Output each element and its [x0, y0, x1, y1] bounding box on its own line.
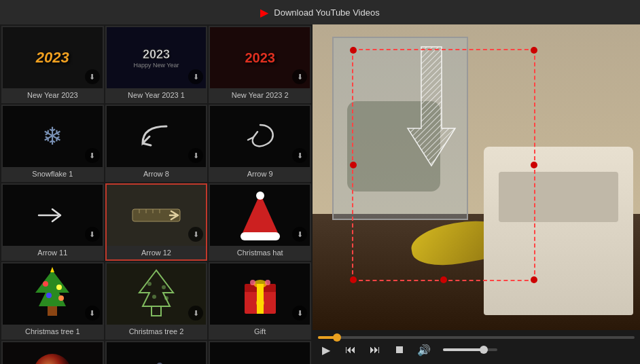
item-label: New Year 2023: [3, 88, 103, 102]
arrow-overlay: [404, 40, 459, 208]
item-grid: 2023 ⬇ New Year 2023 2023 Happy New Year…: [0, 24, 313, 364]
list-item[interactable]: ⬇ Christmas hat: [209, 183, 311, 261]
thumb-icon: ❄: [42, 122, 63, 151]
item-label: Christmas tree 1: [3, 325, 103, 338]
thumb-text: 2023: [245, 50, 275, 66]
play-button[interactable]: ▶: [318, 342, 334, 358]
arrow-loop-svg: [240, 118, 281, 156]
left-panel[interactable]: 2023 ⬇ New Year 2023 2023 Happy New Year…: [0, 24, 313, 364]
svg-point-20: [164, 296, 168, 300]
round-thing-svg: [29, 349, 76, 364]
svg-point-7: [256, 192, 264, 200]
right-panel: ▶ ⏮ ⏭ ⏹ 🔊: [313, 24, 640, 364]
list-item[interactable]: ⬇ Arrow 8: [105, 105, 208, 182]
video-scene: [313, 24, 640, 330]
list-item[interactable]: ❄ ⬇ Snowflake 1: [1, 105, 104, 182]
svg-marker-14: [50, 267, 54, 272]
svg-point-24: [253, 280, 267, 288]
item-label: Christmas hat: [210, 246, 310, 259]
list-item[interactable]: ⬇ Arrow 12: [105, 183, 208, 261]
arrow-ruler-svg: [129, 198, 183, 232]
controls-row: ▶ ⏮ ⏭ ⏹ 🔊: [318, 342, 635, 358]
list-item[interactable]: 2023 Happy New Year ⬇ New Year 2023 1: [105, 26, 208, 103]
arrow-svg: [404, 40, 459, 176]
download-button[interactable]: ⬇: [292, 306, 307, 321]
download-button[interactable]: ⬇: [85, 69, 100, 84]
download-button[interactable]: ⬇: [292, 148, 307, 163]
list-item[interactable]: ⬇: [1, 341, 104, 364]
list-item[interactable]: ⬇ Arrow 11: [1, 183, 104, 261]
xmas-hat-svg: [236, 190, 284, 241]
main-area: 2023 ⬇ New Year 2023 2023 Happy New Year…: [0, 24, 640, 364]
list-item[interactable]: 2023 ⬇ New Year 2023 2: [209, 26, 311, 103]
list-item[interactable]: ⬇ Christmas tree 2: [105, 262, 208, 340]
robot-body: [499, 172, 618, 222]
svg-rect-9: [48, 306, 57, 316]
list-item[interactable]: ⬇ Gift: [209, 262, 311, 340]
list-item[interactable]: ⬇: [105, 341, 208, 364]
volume-bar[interactable]: [443, 348, 497, 351]
svg-marker-15: [139, 270, 173, 306]
svg-point-25: [250, 280, 255, 285]
svg-point-28: [33, 354, 71, 364]
volume-fill: [443, 348, 484, 351]
download-button[interactable]: ⬇: [85, 227, 100, 242]
stop-button[interactable]: ⏹: [391, 342, 408, 358]
svg-point-10: [43, 281, 48, 287]
video-area: [313, 24, 640, 330]
top-bar: ▶ Download YouTube Videos: [0, 0, 640, 24]
gift-svg: [236, 269, 284, 320]
thumb-subtext: Happy New Year: [133, 62, 179, 69]
item-label: Arrow 9: [210, 167, 310, 181]
svg-point-12: [46, 293, 52, 298]
arrow-curve-svg: [136, 120, 177, 153]
svg-point-18: [162, 285, 166, 289]
svg-rect-6: [241, 232, 280, 240]
sparkle-svg: [132, 349, 180, 364]
scene-robot: [484, 147, 633, 315]
download-button[interactable]: ⬇: [85, 306, 100, 321]
xmas-tree-outline-svg: [132, 267, 180, 321]
svg-point-11: [56, 285, 62, 290]
youtube-icon: ▶: [260, 6, 268, 19]
thumbnail: [107, 342, 207, 364]
xmas-tree-color-svg: [29, 267, 76, 321]
download-button[interactable]: ⬇: [85, 148, 100, 163]
svg-point-17: [147, 282, 152, 286]
item-label: Gift: [210, 325, 310, 338]
item-label: Snowflake 1: [3, 167, 103, 181]
thumb-text: 2023: [133, 48, 179, 62]
svg-point-27: [256, 299, 264, 307]
volume-handle[interactable]: [480, 346, 488, 354]
video-controls: ▶ ⏮ ⏭ ⏹ 🔊: [313, 330, 640, 364]
svg-rect-16: [152, 306, 161, 316]
arrow-right-svg: [32, 198, 73, 232]
download-button[interactable]: ⬇: [292, 227, 307, 242]
download-button[interactable]: ⬇: [292, 69, 307, 84]
item-label: New Year 2023 2: [210, 88, 310, 102]
bokeh-svg: [236, 349, 284, 364]
item-label: Arrow 12: [107, 246, 207, 259]
item-label: Christmas tree 2: [107, 325, 207, 338]
list-item[interactable]: 2023 ⬇ New Year 2023: [1, 26, 104, 103]
list-item[interactable]: ⬇: [209, 341, 311, 364]
item-label: Arrow 11: [3, 246, 103, 259]
skip-forward-button[interactable]: ⏭: [367, 342, 383, 358]
svg-point-19: [152, 295, 156, 299]
download-label: Download YouTube Videos: [274, 7, 379, 18]
thumb-text: 2023: [36, 49, 69, 67]
list-item[interactable]: ⬇ Christmas tree 1: [1, 262, 104, 340]
top-bar-content: ▶ Download YouTube Videos: [260, 6, 379, 19]
svg-point-13: [58, 295, 64, 301]
progress-handle[interactable]: [333, 333, 341, 342]
thumbnail: [210, 342, 310, 364]
item-label: New Year 2023 1: [107, 88, 207, 102]
svg-point-26: [265, 280, 270, 285]
list-item[interactable]: ⬇ Arrow 9: [209, 105, 311, 182]
item-label: Arrow 8: [107, 167, 207, 181]
svg-marker-8: [35, 270, 69, 306]
volume-button[interactable]: 🔊: [416, 342, 432, 358]
skip-back-button[interactable]: ⏮: [342, 342, 359, 358]
thumbnail: [3, 342, 103, 364]
progress-bar[interactable]: [318, 336, 635, 339]
